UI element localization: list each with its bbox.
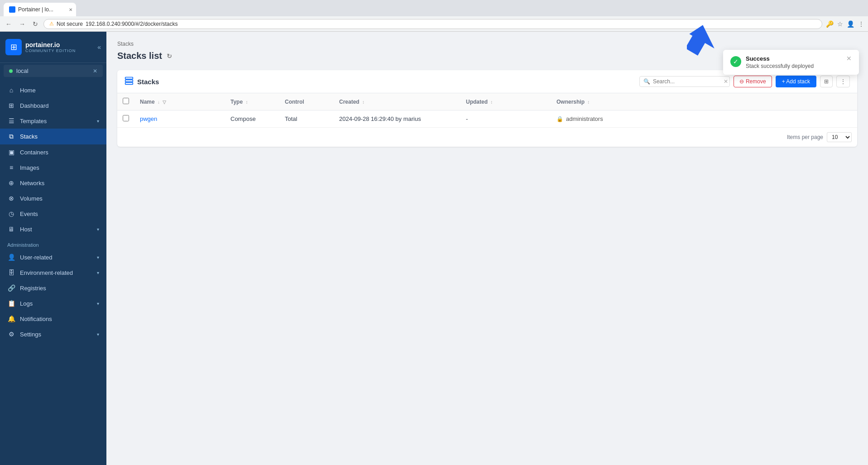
sidebar-label-templates: Templates [20,118,92,125]
more-options-button[interactable]: ⋮ [836,76,850,87]
templates-arrow-icon: ▾ [97,119,99,124]
sidebar-item-templates[interactable]: ☰ Templates ▾ [0,113,106,129]
stacks-panel: Stacks 🔍 ✕ ⊖ Remove + Add stack [117,70,857,147]
page-title-text: Stacks list [117,51,162,61]
environment-close-button[interactable]: ✕ [93,68,97,74]
volumes-icon: ⊗ [7,195,15,202]
events-icon: ◷ [7,210,15,217]
back-button[interactable]: ← [4,19,14,29]
address-text: 192.168.0.240:9000/#/2/docker/stacks [86,21,177,27]
table-footer: Items per page 10 25 50 100 [117,128,857,147]
browser-chrome: Portainer | lo... ✕ ← → ↻ ⚠ Not secure 1… [0,0,868,32]
row-checkbox[interactable] [123,115,129,121]
created-sort-icon[interactable]: ↕ [362,100,364,105]
logo-icon: ⊞ [5,39,22,55]
stacks-panel-icon [125,76,134,87]
svg-rect-2 [125,82,133,84]
forward-button[interactable]: → [17,19,27,29]
logs-icon: 📋 [7,300,15,307]
stack-name-link[interactable]: pwgen [140,115,157,122]
select-all-checkbox[interactable] [123,98,129,104]
sidebar-item-stacks[interactable]: ⧉ Stacks [0,129,106,144]
name-sort-icon[interactable]: ↓ [158,100,160,105]
home-icon: ⌂ [7,86,15,94]
sidebar-item-logs[interactable]: 📋 Logs ▾ [0,296,106,311]
reload-button[interactable]: ↻ [31,19,40,29]
sidebar-label-events: Events [20,211,99,217]
sidebar-item-networks[interactable]: ⊕ Networks [0,175,106,191]
updated-sort-icon[interactable]: ↕ [490,100,493,105]
items-per-page-select[interactable]: 10 25 50 100 [827,132,852,142]
tab-label: Portainer | lo... [18,6,53,13]
menu-icon[interactable]: ⋮ [858,20,864,28]
items-per-page-label: Items per page [787,134,823,140]
not-secure-label: Not secure [57,21,83,27]
sidebar-item-dashboard[interactable]: ⊞ Dashboard [0,98,106,113]
sidebar-item-registries[interactable]: 🔗 Registries [0,280,106,296]
table-row: pwgen Compose Total 2024-09-28 16:29:40 … [117,110,857,128]
environment-bar: local ✕ [4,65,103,77]
breadcrumb: Stacks [117,41,857,47]
sidebar-label-user-related: User-related [20,254,92,261]
logs-arrow-icon: ▾ [97,301,99,306]
sidebar-item-images[interactable]: ≡ Images [0,160,106,175]
browser-tabs: Portainer | lo... ✕ [0,0,868,16]
sidebar-item-notifications[interactable]: 🔔 Notifications [0,311,106,326]
sidebar-item-containers[interactable]: ▣ Containers [0,144,106,160]
networks-icon: ⊕ [7,179,15,187]
sidebar-item-home[interactable]: ⌂ Home [0,82,106,98]
sidebar-label-stacks: Stacks [20,133,99,140]
password-icon[interactable]: 🔑 [826,20,834,28]
panel-title: Stacks [125,76,635,87]
sidebar-label-logs: Logs [20,300,92,307]
profile-icon[interactable]: 👤 [847,20,854,28]
templates-icon: ☰ [7,117,15,125]
toast-title: Success [746,55,842,62]
sidebar-label-volumes: Volumes [20,195,99,202]
sidebar-item-events[interactable]: ◷ Events [0,206,106,221]
row-created-cell: 2024-09-28 16:29:40 by marius [334,110,460,128]
administration-section-title: Administration [0,237,106,249]
row-updated-cell: - [460,110,551,128]
header-checkbox-cell [117,93,134,110]
header-ownership: Ownership ↕ [551,93,857,110]
refresh-icon[interactable]: ↻ [167,53,172,60]
name-filter-icon[interactable]: ▽ [163,100,166,105]
search-icon: 🔍 [643,78,650,85]
table-header-row: Name ↓ ▽ Type ↕ Control Created ↕ [117,93,857,110]
row-type-cell: Compose [225,110,279,128]
sidebar-label-networks: Networks [20,180,99,187]
sidebar-item-volumes[interactable]: ⊗ Volumes [0,191,106,206]
sidebar-item-host[interactable]: 🖥 Host ▾ [0,221,106,237]
ownership-sort-icon[interactable]: ↕ [587,100,590,105]
host-arrow-icon: ▾ [97,227,99,232]
address-bar[interactable]: ⚠ Not secure 192.168.0.240:9000/#/2/dock… [43,19,822,29]
logo-sub-text: COMMUNITY EDITION [25,48,76,53]
search-input[interactable] [653,78,721,85]
search-box: 🔍 ✕ [639,76,730,87]
toast-close-button[interactable]: ✕ [846,55,852,62]
sidebar-item-user-related[interactable]: 👤 User-related ▾ [0,249,106,265]
stacks-icon: ⧉ [7,133,15,140]
tab-close-button[interactable]: ✕ [69,7,72,12]
sidebar-label-images: Images [20,164,99,171]
svg-rect-0 [125,77,133,79]
bookmark-icon[interactable]: ☆ [837,20,843,28]
table-view-button[interactable]: ⊞ [820,76,833,87]
svg-rect-1 [125,80,133,81]
sidebar-label-environment-related: Environment-related [20,269,92,276]
toast-success-icon: ✓ [730,56,741,67]
type-sort-icon[interactable]: ↕ [245,100,248,105]
sidebar-collapse-button[interactable]: « [97,43,101,51]
clear-search-icon[interactable]: ✕ [724,78,728,85]
sidebar-item-environment-related[interactable]: 🗄 Environment-related ▾ [0,265,106,280]
browser-tab[interactable]: Portainer | lo... ✕ [4,3,76,16]
toast-content: Success Stack successfully deployed [746,55,842,69]
remove-button[interactable]: ⊖ Remove [734,76,772,87]
panel-title-text: Stacks [137,78,159,86]
sidebar-item-settings[interactable]: ⚙ Settings ▾ [0,326,106,342]
sidebar-label-containers: Containers [20,149,99,156]
add-stack-button[interactable]: + Add stack [776,76,816,87]
sidebar-label-dashboard: Dashboard [20,102,99,109]
remove-icon: ⊖ [739,78,744,85]
